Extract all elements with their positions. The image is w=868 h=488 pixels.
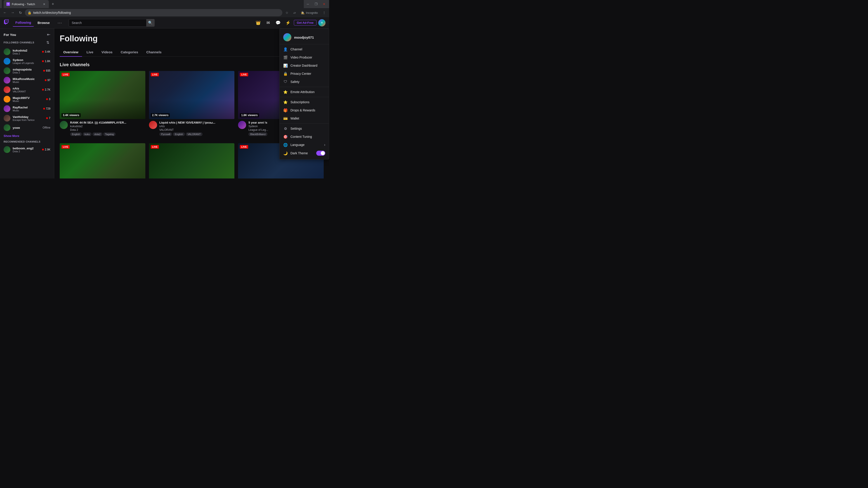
channel-item-nats[interactable]: nAts VALORANT 2.7K <box>0 85 54 94</box>
stream-card-r2-0[interactable]: LIVE <box>60 143 145 178</box>
stream-thumbnail-0: LIVE 3.4K viewers <box>60 71 145 119</box>
search-box: 🔍 <box>69 19 155 27</box>
channel-name-rayrachel: RayRachel <box>13 106 41 109</box>
channel-item-sydeon[interactable]: Sydeon League of Legends 1.8K <box>0 57 54 66</box>
live-dot-kukudota2 <box>42 51 44 53</box>
channel-item-kukudota2[interactable]: kukudota2 Dota 2 3.4K <box>0 47 54 57</box>
tab-live[interactable]: Live <box>83 48 97 57</box>
tag-blackbrilliance-2[interactable]: BlackBrillianci <box>248 132 268 136</box>
stream-game-1[interactable]: VALORANT <box>159 128 235 131</box>
channel-info-kukudota2: kukudota2 Dota 2 <box>13 49 40 55</box>
tag-dota2-0[interactable]: dota2 <box>92 132 102 136</box>
activity-button[interactable]: 💬 <box>274 19 282 27</box>
channel-item-yowe[interactable]: yowe Offline <box>0 123 54 132</box>
close-button[interactable]: ✕ <box>321 1 327 7</box>
stream-channel-1[interactable]: nAts <box>159 125 235 128</box>
get-ad-free-button[interactable]: Get Ad-Free <box>294 20 316 26</box>
tag-english-0[interactable]: English <box>70 132 82 136</box>
dropdown-subscriptions[interactable]: ⭐ Subscriptions <box>280 98 329 106</box>
tab-close-button[interactable]: ✕ <box>42 2 46 6</box>
dropdown-channel[interactable]: 👤 Channel <box>280 45 329 53</box>
bookmark-button[interactable]: ☆ <box>284 9 290 16</box>
messages-button[interactable]: ✉ <box>264 19 272 27</box>
dropdown-video-producer[interactable]: 🎬 Video Producer <box>280 53 329 61</box>
channel-viewers-sydeon: 1.8K <box>42 60 51 63</box>
viewer-count-1: 2.7K viewers <box>151 113 170 117</box>
channel-item-vanholiday[interactable]: VanHoliday Escape from Tarkov 7 <box>0 113 54 123</box>
tab-channels[interactable]: Channels <box>143 48 165 57</box>
dropdown-language[interactable]: 🌐 Language › <box>280 141 329 149</box>
tag-valorant-1[interactable]: VALORANT <box>186 132 203 136</box>
channel-item-magic899tv[interactable]: Magic899TV Music 3 <box>0 94 54 104</box>
stream-card-0[interactable]: LIVE 3.4K viewers RANK 44 IN SEA :))) #1… <box>60 71 145 136</box>
dropdown-dark-theme[interactable]: 🌙 Dark Theme <box>280 149 329 158</box>
search-input[interactable] <box>72 21 145 25</box>
user-avatar[interactable]: M <box>318 19 326 26</box>
channel-avatar-kukudota2 <box>4 48 10 55</box>
active-tab[interactable]: T Following - Twitch ✕ <box>4 0 49 8</box>
tab-videos[interactable]: Videos <box>98 48 116 57</box>
language-icon: 🌐 <box>283 142 288 147</box>
tag-tagalog-0[interactable]: Tagalog <box>103 132 116 136</box>
collapse-sidebar-button[interactable]: ⇤ <box>47 32 51 37</box>
tab-categories[interactable]: Categories <box>117 48 142 57</box>
address-bar[interactable]: 🔒 twitch.tv/directory/following <box>25 9 282 16</box>
user-dropdown-menu: moodjoy071 👤 Channel 🎬 Video Producer 📊 … <box>279 29 329 160</box>
live-dot-rayrachel <box>43 108 45 109</box>
nav-following[interactable]: Following <box>13 19 34 27</box>
stream-avatar-2 <box>238 121 246 129</box>
forward-button[interactable]: → <box>9 9 16 16</box>
tag-english-1[interactable]: English <box>173 132 185 136</box>
dropdown-divider-3 <box>280 123 329 124</box>
sort-channels-button[interactable]: ⇅ <box>45 40 51 45</box>
channel-viewers-vanholiday: 7 <box>46 117 51 120</box>
nav-browse[interactable]: Browse <box>35 19 53 26</box>
restore-button[interactable]: ❐ <box>313 1 319 7</box>
channel-viewers-kukudota2: 3.4K <box>42 50 51 53</box>
dark-theme-toggle[interactable] <box>316 151 325 156</box>
channel-avatar-betboom <box>4 146 10 153</box>
channel-item-mikarosemusic[interactable]: MikaRoseMusic Music 97 <box>0 75 54 85</box>
tab-overview[interactable]: Overview <box>60 48 82 57</box>
header-more-button[interactable]: ⋯ <box>56 19 63 26</box>
minimize-button[interactable]: ─ <box>305 1 311 7</box>
channel-name-kukudota2: kukudota2 <box>13 49 40 52</box>
points-button[interactable]: ⚡ <box>284 19 292 27</box>
dropdown-settings[interactable]: ⚙ Settings <box>280 125 329 133</box>
dropdown-username: moodjoy071 <box>294 35 314 39</box>
stream-card-1[interactable]: LIVE 2.7K viewers Liquid nAts | NEW !GIV… <box>149 71 235 136</box>
new-tab-button[interactable]: + <box>50 1 56 7</box>
dropdown-drops-rewards[interactable]: 🎁 Drops & Rewards <box>280 106 329 114</box>
dropdown-content-tuning[interactable]: 🎯 Content Tuning <box>280 133 329 141</box>
address-bar-row: ← → ↻ 🔒 twitch.tv/directory/following ☆ … <box>0 8 329 17</box>
toggle-knob <box>321 151 325 155</box>
search-submit-button[interactable]: 🔍 <box>146 19 154 27</box>
reload-button[interactable]: ↻ <box>17 9 24 16</box>
channel-item-betboom[interactable]: betboom_eng2 Dota 2 2.9K <box>0 145 54 154</box>
dropdown-wallet[interactable]: 💳 Wallet <box>280 114 329 123</box>
stream-card-r2-1[interactable]: LIVE <box>149 143 235 178</box>
twitch-logo[interactable] <box>4 19 9 26</box>
dropdown-emote-attribution[interactable]: ⭐ Emote Attribution <box>280 88 329 96</box>
channel-info-solapsapdota: solapsapdota Dota 2 <box>13 68 41 74</box>
channel-item-rayrachel[interactable]: RayRachel Music 729 <box>0 104 54 113</box>
prime-button[interactable]: 👑 <box>254 19 262 27</box>
tag-kuku-0[interactable]: kuku <box>83 132 92 136</box>
stream-game-0[interactable]: Dota 2 <box>70 128 145 131</box>
language-label: Language <box>290 143 305 147</box>
channel-avatar-vanholiday <box>4 115 10 122</box>
dropdown-creator-dashboard[interactable]: 📊 Creator Dashboard <box>280 61 329 70</box>
back-button[interactable]: ← <box>2 9 8 16</box>
live-dot-mikarosemusic <box>45 79 46 81</box>
drops-rewards-icon: 🎁 <box>283 108 288 112</box>
browser-chrome: T Following - Twitch ✕ + ─ ❐ ✕ ← → ↻ 🔒 t… <box>0 0 329 17</box>
pip-button[interactable]: ▱ <box>291 9 298 16</box>
dropdown-safety[interactable]: 🛡 Safety <box>280 78 329 86</box>
dropdown-privacy-center[interactable]: 🔒 Privacy Center <box>280 70 329 78</box>
show-more-button[interactable]: Show More <box>0 132 54 139</box>
menu-button[interactable]: ⋮ <box>321 9 327 16</box>
content-tuning-label: Content Tuning <box>290 135 312 138</box>
tag-russian-1[interactable]: Русский <box>159 132 172 136</box>
stream-channel-0[interactable]: kukudota2 <box>70 125 145 128</box>
channel-item-solapsapdota[interactable]: solapsapdota Dota 2 935 <box>0 66 54 75</box>
